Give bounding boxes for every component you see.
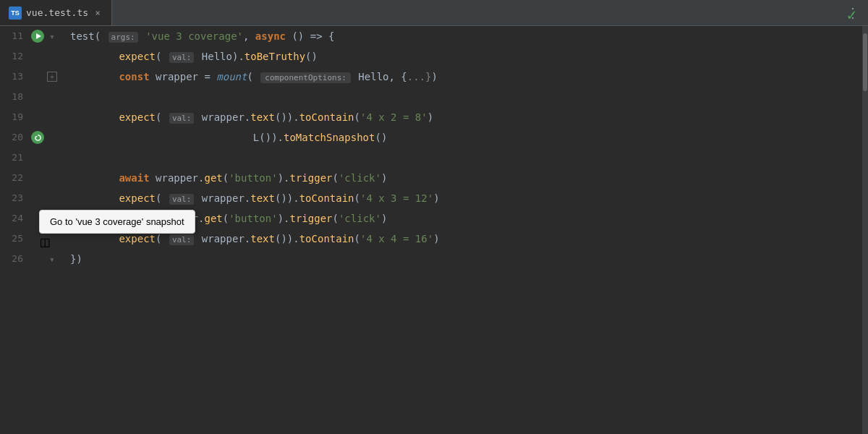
code-line-12: expect( val: Hello).toBeTruthy() [61, 46, 862, 67]
line-number-23: 23 [0, 188, 30, 208]
code-line-19: expect( val: wrapper.text()).toContain('… [61, 107, 862, 127]
gutter-row-12: 12 [0, 46, 61, 67]
gutter-row-19: 19 [0, 107, 61, 127]
code-line-23: expect( val: wrapper.text()).toContain('… [61, 188, 862, 208]
tooltip-text: Go to 'vue 3 coverage' snapshot [50, 216, 184, 227]
code-line-13: const wrapper = mount( componentOptions:… [61, 67, 862, 87]
scrollbar-thumb[interactable] [863, 33, 867, 91]
run-test-icon-11[interactable] [30, 29, 45, 43]
tab-filename: vue.test.ts [26, 7, 88, 18]
line-number-20: 20 [0, 127, 30, 148]
gutter-row-21: 21 [0, 148, 61, 168]
line-number-12: 12 [0, 46, 30, 67]
mouse-cursor: ◫ [41, 233, 49, 250]
code-line-11: test( args: 'vue 3 coverage', async () =… [61, 26, 862, 46]
test-pass-checkmark: ✓ [847, 6, 856, 24]
code-line-20: L()).toMatchSnapshot() [61, 127, 862, 148]
vertical-scrollbar[interactable] [862, 26, 868, 434]
rerun-icon-20[interactable] [30, 130, 45, 145]
context-menu-tooltip: Go to 'vue 3 coverage' snapshot [39, 210, 195, 234]
svg-marker-0 [35, 136, 37, 138]
line-number-19: 19 [0, 107, 30, 127]
tab-bar: TS vue.test.ts × ⋮ [0, 0, 868, 26]
gutter-row-18: 18 [0, 87, 61, 107]
code-line-26: }) [61, 249, 862, 269]
gutter-row-11: 11 ▾ [0, 26, 61, 46]
line-number-11: 11 [0, 26, 30, 46]
gutter-row-20: 20 [0, 127, 61, 148]
fold-icon-11[interactable]: ▾ [45, 29, 59, 43]
line-number-18: 18 [0, 87, 30, 107]
typescript-icon: TS [9, 7, 22, 20]
line-number-22: 22 [0, 168, 30, 188]
file-tab[interactable]: TS vue.test.ts × [0, 0, 112, 25]
gutter-row-23: 23 [0, 188, 61, 208]
gutter-row-26: 26 ▾ [0, 249, 61, 269]
code-line-21 [61, 148, 862, 168]
line-number-25: 25 [0, 229, 30, 249]
fold-icon-26[interactable]: ▾ [45, 252, 59, 266]
gutter-row-22: 22 [0, 168, 61, 188]
code-line-18 [61, 87, 862, 107]
editor-window: TS vue.test.ts × ⋮ 11 ▾ 12 [0, 0, 868, 434]
spacer-12 [30, 49, 45, 64]
code-line-22: await wrapper.get('button').trigger('cli… [61, 168, 862, 188]
spacer-26 [30, 252, 45, 266]
fold-icon-13[interactable]: + [45, 69, 59, 84]
line-number-13: 13 [0, 67, 30, 87]
spacer-13 [30, 69, 45, 84]
tab-close-button[interactable]: × [93, 8, 103, 18]
line-number-26: 26 [0, 249, 30, 269]
line-number-24: 24 [0, 208, 30, 229]
line-number-21: 21 [0, 148, 30, 168]
gutter-row-13: 13 + [0, 67, 61, 87]
